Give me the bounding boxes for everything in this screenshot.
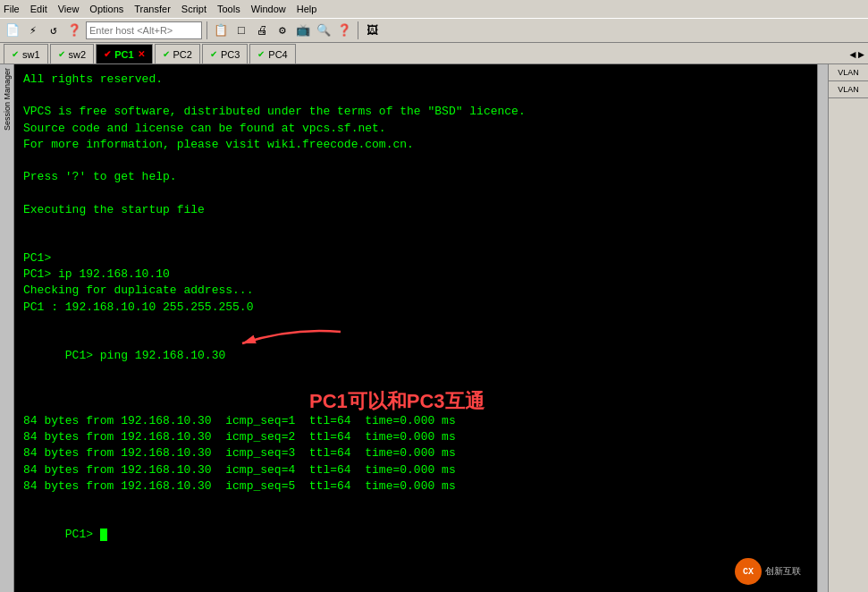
terminal-line-ping-1: 84 bytes from 192.168.10.30 icmp_seq=1 t… (23, 413, 808, 429)
menu-tools[interactable]: Tools (217, 4, 240, 14)
menu-file[interactable]: File (4, 4, 20, 14)
tab-pc2-label: PC2 (173, 49, 192, 60)
filter-icon[interactable]: 🔍 (315, 21, 333, 39)
menu-options[interactable]: Options (89, 4, 123, 14)
prompt-text: PC1> (65, 528, 100, 541)
arrow-icon (238, 327, 345, 354)
terminal-prompt-final: PC1> (23, 511, 808, 560)
lightning-icon[interactable]: ⚡ (24, 21, 42, 39)
tabsbar: ✔ sw1 ✔ sw2 ✔ PC1 ✕ ✔ PC2 ✔ PC3 ✔ PC4 ◄ … (0, 43, 868, 64)
menu-help[interactable]: Help (297, 4, 317, 14)
question-icon[interactable]: ❓ (65, 21, 83, 39)
terminal-line-2: VPCS is free software, distributed under… (23, 104, 808, 120)
menu-script[interactable]: Script (181, 4, 206, 14)
menu-window[interactable]: Window (251, 4, 286, 14)
terminal-line-5 (23, 153, 808, 169)
main-area: Session Manager All rights reserved. VPC… (0, 64, 868, 592)
vertical-scrollbar[interactable] (817, 64, 828, 592)
session-manager-label: Session Manager (3, 68, 12, 131)
tab-pc3[interactable]: ✔ PC3 (202, 44, 248, 63)
terminal-line-1 (23, 88, 808, 104)
terminal-line-13: Checking for duplicate address... (23, 283, 808, 299)
close-icon-pc1[interactable]: ✕ (138, 49, 145, 59)
terminal-line-12: PC1> ip 192.168.10.10 (23, 266, 808, 283)
terminal-line-ping-4: 84 bytes from 192.168.10.30 icmp_seq=4 t… (23, 462, 808, 478)
right-panel-item-vlan2[interactable]: VLAN (829, 81, 868, 98)
terminal-line-6: Press '?' to get help. (23, 169, 808, 185)
terminal-line-4: For more information, please visit wiki.… (23, 137, 808, 153)
tab-sw1-label: sw1 (22, 49, 40, 60)
terminal-line-0: All rights reserved. (23, 72, 808, 88)
tab-sw2[interactable]: ✔ sw2 (50, 44, 95, 63)
terminal-line-11: PC1> (23, 250, 808, 266)
copy-icon[interactable]: 📋 (212, 21, 230, 39)
terminal-line-blank-end (23, 495, 808, 511)
right-panel-item-vlan1[interactable]: VLAN (829, 64, 868, 81)
check-icon-pc4: ✔ (257, 49, 265, 59)
cursor (100, 529, 107, 541)
tabs-prev-icon[interactable]: ◄ (850, 49, 856, 62)
check-icon-sw1: ✔ (12, 49, 19, 59)
print-icon[interactable]: 🖨 (253, 21, 271, 39)
menu-edit[interactable]: Edit (30, 4, 47, 14)
tab-pc1[interactable]: ✔ PC1 ✕ (96, 44, 152, 63)
terminal-line-9 (23, 218, 808, 234)
help-icon[interactable]: ❓ (335, 21, 353, 39)
menubar: File Edit View Options Transfer Script T… (0, 0, 868, 18)
check-icon-sw2: ✔ (58, 49, 65, 59)
toolbar: 📄 ⚡ ↺ ❓ 📋 □ 🖨 ⚙ 📺 🔍 ❓ 🖼 (0, 18, 868, 43)
check-icon-pc3: ✔ (210, 49, 217, 59)
terminal-line-15 (23, 316, 808, 332)
watermark-text: 创新互联 (765, 565, 801, 578)
ping-command-text: PC1> ping 192.168.10.30 (65, 349, 225, 362)
terminal-line-ping-2: 84 bytes from 192.168.10.30 icmp_seq=2 t… (23, 429, 808, 445)
tab-pc3-label: PC3 (221, 49, 240, 60)
right-panel: VLAN VLAN (828, 64, 868, 592)
display-icon[interactable]: 📺 (294, 21, 312, 39)
terminal-line-10 (23, 234, 808, 250)
tab-pc4[interactable]: ✔ PC4 (249, 44, 295, 63)
terminal-line-ping-5: 84 bytes from 192.168.10.30 icmp_seq=5 t… (23, 478, 808, 495)
watermark: CX 创新互联 (735, 558, 801, 585)
tab-pc4-label: PC4 (268, 49, 287, 60)
tab-sw1[interactable]: ✔ sw1 (4, 44, 48, 63)
tabs-next-icon[interactable]: ► (858, 49, 864, 62)
terminal-line-8: Executing the startup file (23, 202, 808, 218)
image-icon[interactable]: 🖼 (363, 21, 381, 39)
separator-2 (358, 21, 358, 39)
separator-1 (206, 21, 207, 39)
check-icon-pc1: ✔ (104, 49, 111, 59)
paste-icon[interactable]: □ (232, 21, 250, 39)
tabs-navigation: ◄ ► (850, 49, 864, 63)
refresh-icon[interactable]: ↺ (45, 21, 63, 39)
tab-sw2-label: sw2 (69, 49, 87, 60)
new-icon[interactable]: 📄 (4, 21, 21, 39)
terminal[interactable]: All rights reserved. VPCS is free softwa… (14, 64, 817, 592)
menu-view[interactable]: View (58, 4, 80, 14)
session-manager-sidebar: Session Manager (0, 64, 14, 592)
tab-pc1-label: PC1 (114, 49, 133, 60)
host-input[interactable] (86, 21, 202, 39)
terminal-line-ping-3: 84 bytes from 192.168.10.30 icmp_seq=3 t… (23, 445, 808, 461)
tab-pc2[interactable]: ✔ PC2 (155, 44, 200, 63)
menu-transfer[interactable]: Transfer (134, 4, 171, 14)
terminal-line-3: Source code and license can be found at … (23, 121, 808, 137)
terminal-line-7 (23, 185, 808, 201)
terminal-line-ping-cmd: PC1> ping 192.168.10.30 (23, 332, 808, 413)
check-icon-pc2: ✔ (163, 49, 170, 59)
settings-icon[interactable]: ⚙ (274, 21, 291, 39)
terminal-line-14: PC1 : 192.168.10.10 255.255.255.0 (23, 300, 808, 316)
watermark-logo: CX (735, 558, 762, 585)
